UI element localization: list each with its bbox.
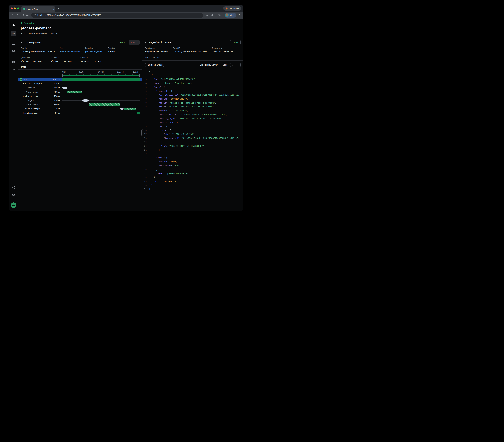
help-icon[interactable] [11,192,16,198]
function-link[interactable]: process-payment [85,51,108,53]
success-check-icon [20,78,22,81]
maximize-window-button[interactable] [17,7,19,9]
span-bar-solid[interactable] [62,79,140,81]
duration-value: 1.615s [108,51,140,53]
page-title: process-payment [21,26,241,30]
timeline-track [62,113,140,113]
span-bar-hatched[interactable] [124,108,136,110]
send-to-dev-server-button[interactable]: Send to Dev Server [198,63,219,67]
span-bar-light[interactable] [62,86,67,89]
workspace-badge[interactable]: DV [11,31,16,36]
copy-button[interactable]: Copy [221,63,229,67]
app-link[interactable]: trace-docs-examples [60,51,85,53]
back-icon[interactable] [10,13,15,17]
new-tab-button[interactable]: + [58,7,59,10]
site-info-icon[interactable] [34,14,36,17]
line-number: 16 [143,129,147,132]
event-id-label: Event ID [173,47,212,49]
span-bar-solid[interactable] [137,112,140,114]
line-number: 28 [143,176,147,178]
span-bar-hatched[interactable] [89,103,121,106]
line-number: 1 [143,70,147,73]
dev-tools-button[interactable] [11,203,16,208]
close-window-button[interactable] [11,7,13,9]
invoke-button[interactable]: Invoke [230,40,241,45]
code-line: 27"name": "payment/completed" [142,171,243,175]
profile-label: Work [230,14,234,16]
span-bar-hatched[interactable] [67,91,82,93]
collapse-chevron-icon[interactable] [21,41,23,43]
sidebar-item-runs[interactable] [11,41,16,47]
url-text: localhost:8288/run?runID=01KJX6Q7W64NMKM… [37,14,101,17]
code-line: 6"_inngest": { [142,89,243,93]
trace-row-timeline [62,102,140,107]
trace-row-your-server[interactable]: Your server309ms [18,90,142,94]
share-icon[interactable] [11,185,16,190]
run-id-label: Run ID [21,47,60,49]
extensions-icon[interactable] [210,13,214,17]
ask-gemini-button[interactable]: Ask Gemini [223,6,241,11]
panel-resize-handle[interactable] [141,129,143,136]
trace-row-duration: 660ms [51,103,60,106]
trace-row-finalization[interactable]: Finalization61ms [18,111,142,115]
trace-row-timeline [62,90,140,94]
inngest-logo-icon[interactable] [11,22,16,28]
trace-row-send-receipt[interactable]: ▸send-receipt335ms [18,107,142,111]
trace-row-label: Your server [26,103,40,106]
line-number: 5 [143,86,147,88]
avatar [225,13,229,17]
app-label: App [60,47,85,49]
tab-input[interactable]: Input [145,56,150,60]
trace-row-validate-input[interactable]: ▾validate-input414ms [18,82,142,86]
home-icon[interactable] [25,13,29,17]
chevron-down-icon[interactable]: ▾ [23,95,25,97]
tab-close-icon[interactable]: × [53,8,54,10]
axis-tick-label: 403ms [79,71,85,73]
browser-tab[interactable]: Inngest Server × [21,6,55,12]
code-line: 31] [142,187,243,191]
trace-row-inngest[interactable]: Inngest105ms [18,86,142,90]
line-number: 19 [143,141,147,143]
trace-row-run[interactable]: Run1.615s [18,78,142,82]
profile-button[interactable]: Work [225,13,236,17]
word-wrap-icon[interactable] [230,63,235,67]
cancel-button[interactable]: Cancel [129,40,140,45]
trace-row-timeline [62,94,140,98]
address-bar[interactable]: localhost:8288/run?runID=01KJX6Q7W64NMKM… [31,13,203,18]
sidebar-item-terminal[interactable] [11,67,16,72]
span-bar-light[interactable] [120,108,124,110]
forward-icon[interactable] [16,13,19,17]
trace-waterfall: 0ms403ms807ms1.211s1.615s Run1.615s▾vali… [18,70,142,211]
chevron-right-icon[interactable]: ▸ [23,108,25,110]
tab-trace[interactable]: Trace [21,66,26,69]
bookmark-star-icon[interactable] [205,13,209,17]
collapse-chevron-icon[interactable] [145,41,147,43]
line-number: 3 [143,78,147,80]
line-number: 15 [143,125,147,128]
trace-row-duration: 798ms [51,95,60,97]
tab-output[interactable]: Output [153,56,160,60]
code-line: 8"expire": 1804190141287, [142,97,243,101]
trace-row-timeline [62,111,140,115]
trace-row-timeline [62,107,140,111]
chevron-down-icon[interactable]: ▾ [23,83,25,85]
trace-row-charge-card[interactable]: ▾charge-card798ms [18,94,142,98]
reload-icon[interactable] [20,13,24,17]
sidebar-item-search[interactable] [11,49,16,54]
code-line: 15"tc": { [142,124,243,128]
rerun-button[interactable]: Rerun [118,40,127,45]
sidebar-item-apps[interactable] [11,59,16,65]
span-bar-light[interactable] [82,99,89,102]
trace-minimap[interactable] [62,74,140,77]
trace-row-inngest[interactable]: Inngest138ms [18,98,142,102]
trace-row-your-server[interactable]: Your server660ms [18,102,142,107]
event-name-label: Event name [145,47,173,49]
side-panel-search-icon[interactable] [217,13,221,17]
run-id-value: 01KJX6Q7W64NMKMWBNKCJ58XTX [21,51,60,53]
payload-code-editor[interactable]: 1[2{3"id": "01KJX6Q7V81N4DMZ7HFJ0CGPDM",… [142,69,243,191]
function-payload-pill[interactable]: Function Payload [145,63,164,67]
expand-icon[interactable] [236,63,241,67]
browser-menu-icon[interactable]: ⋮ [237,14,242,17]
minimize-window-button[interactable] [14,7,16,9]
tab-strip: Inngest Server × + Ask Gemini [9,5,243,12]
